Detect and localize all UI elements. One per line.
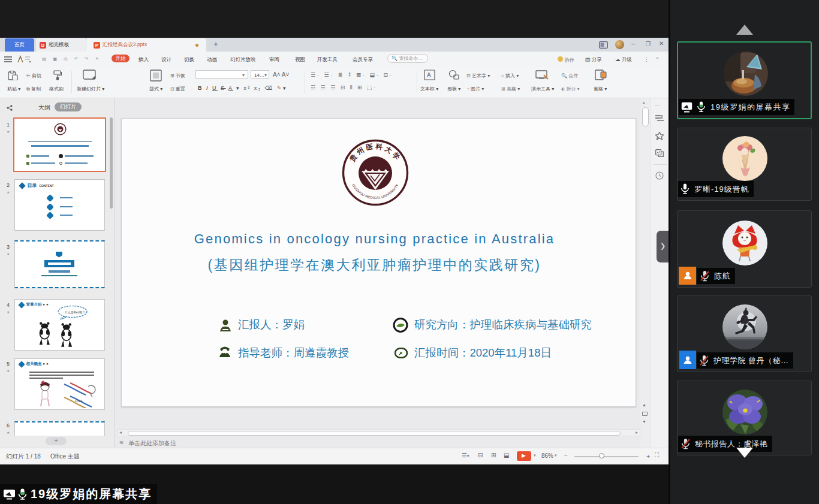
svg-text:什么是Red呢？: 什么是Red呢？ xyxy=(65,310,85,315)
svg-text:DNA: DNA xyxy=(75,399,83,403)
svg-text:A: A xyxy=(427,72,431,79)
